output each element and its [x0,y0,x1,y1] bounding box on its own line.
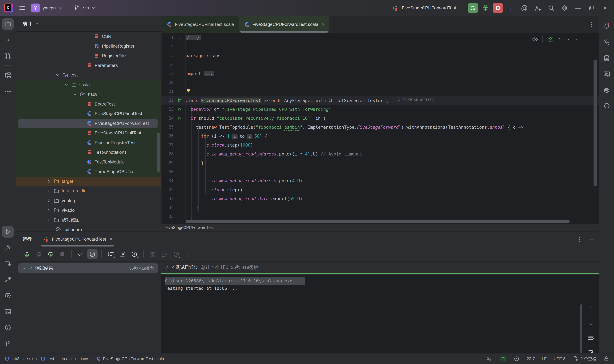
scroll-to-end-button[interactable] [586,347,596,353]
tree-item-test_run_dir[interactable]: test_run_dir [16,186,161,196]
rerun-tests-button[interactable] [22,249,32,259]
tree-item-registerfile[interactable]: RegisterFile [16,51,161,61]
database-tool-button[interactable] [601,52,612,64]
code-line-16[interactable]: 16 [162,60,599,69]
prev-problem-icon[interactable] [565,37,571,42]
code-line-30[interactable]: 30 [162,167,599,176]
snapshot-button[interactable] [147,249,158,259]
translation-widget[interactable]: [T] [499,356,506,362]
tree-item-pipelineregister[interactable]: PipelineRegister [16,41,161,51]
git-tool-button[interactable] [2,338,14,349]
code-line-35[interactable]: 35 } [162,212,599,221]
close-button[interactable]: × [599,2,611,13]
run-console[interactable]: C:\Users\26586\.jdks\temurin-17.0.16\bin… [161,274,599,353]
plugin-tool-button[interactable] [601,100,612,112]
editor-tab-fivestagecpufinaltest.scala[interactable]: FiveStageCPUFinalTest.scala [162,16,239,33]
code-line-23[interactable]: 23 behavior of "Five-stage Pipelined CPU… [162,105,599,114]
code-line-20[interactable]: 20 [162,78,599,87]
close-run-tab-icon[interactable]: × [110,236,112,242]
stop-button[interactable] [57,249,68,259]
breadcrumb-scala[interactable]: scala [62,356,72,361]
profiler-tool-button[interactable] [2,290,14,301]
tree-item-verilog[interactable]: verilog [16,196,161,206]
restore-button[interactable] [586,2,597,13]
sort-tests-button[interactable] [106,249,116,259]
tree-item-riscv[interactable]: riscv [16,90,161,99]
code-line-29[interactable]: 29 } [162,158,599,167]
code-line-22[interactable]: 22class FiveStageCPUForwardTest extends … [162,96,599,105]
run-tab[interactable]: FiveStageCPUForwardTest × [41,232,114,247]
test-history-button[interactable] [129,249,140,259]
code-line-17[interactable]: 17import ... [162,69,599,78]
notifications-button[interactable] [601,20,612,32]
tree-item-csr[interactable]: CSR [16,32,161,41]
code-line-27[interactable]: 27 c.clock.step(1000) [162,141,599,149]
pull-requests-tool-button[interactable] [2,50,14,62]
caret-position-widget[interactable]: 22:7 [527,356,535,361]
breadcrumb-riscv[interactable]: riscv [80,356,88,361]
performance-widget[interactable] [514,356,520,362]
more-run-actions-button[interactable]: ⋮ [183,249,193,259]
tree-item-vivado[interactable]: vivado [16,206,161,215]
code-line-25[interactable]: 25 test(new TestTopModule("fibonacci.asm… [162,123,599,131]
highlighting-level-icon[interactable] [531,36,538,43]
code-with-me-widget[interactable] [486,356,492,362]
tree-item-scala[interactable]: scala [16,80,161,90]
build-tool-button[interactable] [2,242,14,254]
tree-item-fivestagecpufinaltest[interactable]: FiveStageCPUFinalTest [16,109,161,119]
branch-widget[interactable]: zzh [73,5,96,11]
stop-button[interactable] [493,3,503,13]
close-tab-icon[interactable]: × [322,22,325,27]
next-problem-icon[interactable] [575,37,580,42]
more-actions-icon[interactable]: ⋮ [505,2,516,13]
run-configuration-selector[interactable]: FiveStageCPUForwardTest [392,4,463,12]
tree-item-parameters[interactable]: Parameters [16,61,161,70]
minimize-button[interactable]: — [572,2,584,13]
more-tools-button[interactable] [2,86,14,97]
structure-tool-button[interactable] [2,70,14,81]
project-widget[interactable]: Y yatcpu [31,3,63,13]
code-line-32[interactable]: 32 c.clock.step() [162,185,599,194]
project-panel-header[interactable]: 项目 [16,16,161,32]
profile-button[interactable] [171,249,181,259]
tree-item-.gitignore[interactable]: .gitignore [16,225,161,231]
ai-assistant-chat-button[interactable] [601,36,612,48]
project-tree-scrollbar[interactable] [157,132,160,172]
prev-occurrence-button[interactable] [586,303,596,313]
test-results-root-row[interactable]: ✓ 测试结果 35秒 419毫秒 [18,263,158,273]
terminal-tool-button[interactable] [2,306,14,317]
settings-button[interactable] [559,2,570,13]
breadcrumb-lab3[interactable]: lab3 [4,356,19,361]
hide-run-panel-icon[interactable]: — [589,236,594,242]
code-line-15[interactable]: 15package riscv [162,51,599,60]
code-line-31[interactable]: 31 c.io.mem_debug_read_address.poke(4.U) [162,176,599,185]
horizontal-scrollbar[interactable] [186,220,570,223]
vertical-scrollbar[interactable] [594,60,597,186]
run-button[interactable] [468,3,478,13]
tree-item-fivestagecpuforwardtest[interactable]: FiveStageCPUForwardTest [16,119,161,128]
editor-tab-fivestagecpuforwardtest.scala[interactable]: FiveStageCPUForwardTest.scala× [239,16,329,33]
tree-item-threestagecputest[interactable]: ThreeStageCPUTest [16,167,161,177]
project-tool-button[interactable] [2,18,14,30]
next-occurrence-button[interactable] [586,318,596,328]
code-line-26[interactable]: 26 for (i <- 1≤to≤50) { [162,131,599,141]
commit-tool-button[interactable] [2,34,14,46]
code-line-34[interactable]: 34 } [162,203,599,212]
code-line-33[interactable]: 33 c.io.mem_debug_read_data.expect(55.U) [162,194,599,203]
soft-wrap-button[interactable] [586,333,596,343]
tree-item-pipelineregistertest[interactable]: PipelineRegisterTest [16,138,161,148]
run-tool-button[interactable] [2,226,14,238]
breadcrumb-src[interactable]: src [27,356,33,361]
mentions-button[interactable]: @ [519,2,530,13]
show-ignored-button[interactable] [87,249,98,259]
rerun-failed-tests-button[interactable] [34,249,44,259]
tree-item-testannotations[interactable]: TestAnnotations [16,147,161,157]
code-line-14[interactable]: 14 [162,42,599,51]
debug-button[interactable] [480,3,490,13]
code-line-28[interactable]: 28 c.io.mem_debug_read_address.poke((i *… [162,149,599,158]
code-line-24[interactable]: 24 it should "calculate recursively fibo… [162,114,599,123]
documentation-tool-button[interactable] [601,68,612,80]
console-scrollbar[interactable] [580,304,582,353]
line-separator-widget[interactable]: LF [542,356,546,361]
tab-options-icon[interactable]: ⋮ [588,21,595,28]
